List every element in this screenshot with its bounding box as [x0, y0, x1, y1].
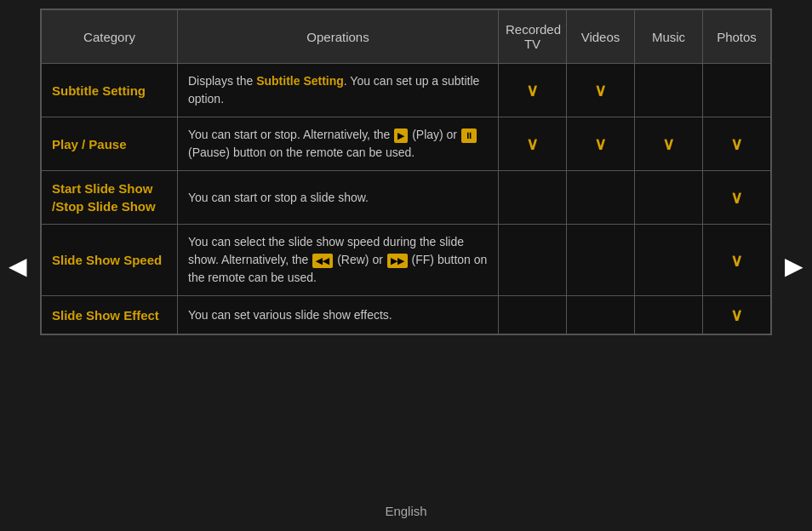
chevron-icon: ∨ [526, 134, 539, 153]
photos-slideshow-startstop: ∨ [703, 171, 771, 225]
chevron-icon: ∨ [730, 305, 743, 324]
desc-subtitle-setting: Displays the Subtitle Setting. You can s… [178, 64, 499, 117]
music-slideshow-effect [635, 296, 703, 334]
music-slideshow-startstop [635, 171, 703, 225]
table-row: Slide Show Speed You can select the slid… [42, 225, 771, 296]
subtitle-setting-link: Subtitle Setting [256, 74, 344, 88]
desc-play-pause: You can start or stop. Alternatively, th… [178, 117, 499, 171]
recorded-tv-play: ∨ [499, 117, 567, 171]
photos-slideshow-effect: ∨ [703, 296, 771, 334]
videos-slideshow-startstop [567, 171, 635, 225]
rew-button-icon: ◀◀ [312, 254, 333, 268]
chevron-icon: ∨ [594, 81, 607, 100]
category-slideshow-effect: Slide Show Effect [42, 296, 178, 334]
videos-slideshow-speed [567, 225, 635, 296]
music-slideshow-speed [635, 225, 703, 296]
table-row: Subtitle Setting Displays the Subtitle S… [42, 64, 771, 117]
category-start-stop-slideshow: Start Slide Show /Stop Slide Show [42, 171, 178, 225]
chevron-icon: ∨ [730, 251, 743, 270]
chevron-icon: ∨ [594, 134, 607, 153]
chevron-icon: ∨ [662, 134, 675, 153]
chevron-icon: ∨ [526, 81, 539, 100]
header-recorded-tv: Recorded TV [499, 10, 567, 64]
chevron-icon: ∨ [730, 134, 743, 153]
recorded-tv-slideshow-startstop [499, 171, 567, 225]
left-arrow-button[interactable]: ◀ [9, 252, 27, 280]
category-play-pause: Play / Pause [42, 117, 178, 171]
right-arrow-button[interactable]: ▶ [785, 252, 803, 280]
photos-subtitle [703, 64, 771, 117]
table-row: Slide Show Effect You can set various sl… [42, 296, 771, 334]
recorded-tv-subtitle: ∨ [499, 64, 567, 117]
footer-language: English [385, 504, 426, 518]
recorded-tv-slideshow-effect [499, 296, 567, 334]
table-row: Start Slide Show /Stop Slide Show You ca… [42, 171, 771, 225]
header-operations: Operations [178, 10, 499, 64]
play-button-icon: ▶ [394, 128, 408, 143]
desc-start-stop-slideshow: You can start or stop a slide show. [178, 171, 499, 225]
videos-play: ∨ [567, 117, 635, 171]
ff-button-icon: ▶▶ [387, 254, 408, 268]
header-music: Music [635, 10, 703, 64]
videos-slideshow-effect [567, 296, 635, 334]
recorded-tv-slideshow-speed [499, 225, 567, 296]
videos-subtitle: ∨ [567, 64, 635, 117]
photos-play: ∨ [703, 117, 771, 171]
header-photos: Photos [703, 10, 771, 64]
header-videos: Videos [567, 10, 635, 64]
music-subtitle [635, 64, 703, 117]
desc-slideshow-speed: You can select the slide show speed duri… [178, 225, 499, 296]
photos-slideshow-speed: ∨ [703, 225, 771, 296]
features-table: Category Operations Recorded TV Videos M… [41, 9, 771, 334]
chevron-icon: ∨ [730, 188, 743, 207]
pause-button-icon: ⏸ [461, 128, 477, 143]
desc-slideshow-effect: You can set various slide show effects. [178, 296, 499, 334]
category-slideshow-speed: Slide Show Speed [42, 225, 178, 296]
table-row: Play / Pause You can start or stop. Alte… [42, 117, 771, 171]
header-category: Category [42, 10, 178, 64]
music-play: ∨ [635, 117, 703, 171]
main-table-container: Category Operations Recorded TV Videos M… [40, 9, 772, 335]
category-subtitle-setting: Subtitle Setting [42, 64, 178, 117]
